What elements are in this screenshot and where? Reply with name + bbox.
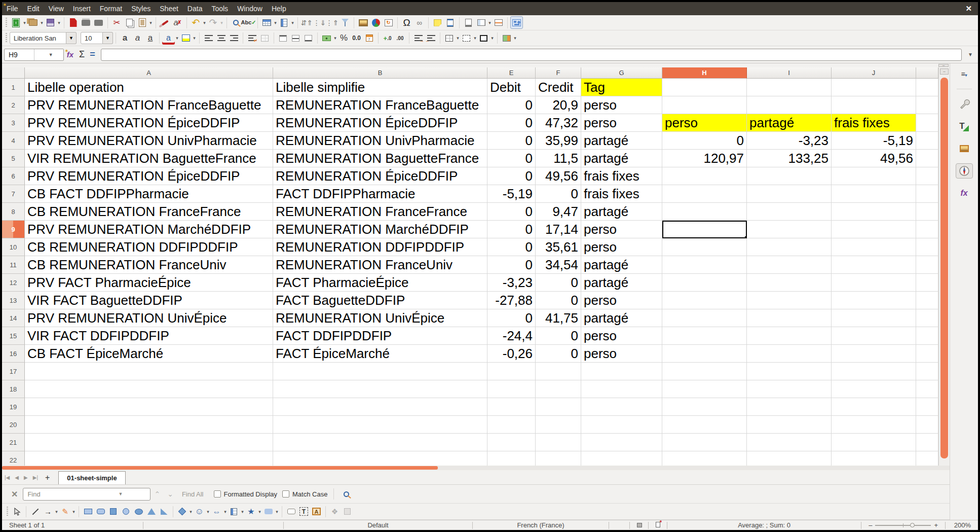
row-dropdown-icon[interactable]: ▾ <box>273 20 278 25</box>
merge-cells-icon[interactable] <box>258 32 271 45</box>
cell-H17[interactable] <box>662 363 747 380</box>
cell-E8[interactable]: 0 <box>487 203 536 221</box>
cell-I15[interactable] <box>747 327 832 345</box>
cell-partial-5[interactable] <box>916 150 938 167</box>
column-header-I[interactable]: I <box>747 67 832 79</box>
cell-A10[interactable]: CB REMUNERATION DDFIPDDFIP <box>25 238 273 256</box>
select-icon[interactable] <box>11 505 23 518</box>
cell-E18[interactable] <box>487 380 536 398</box>
undo-icon[interactable]: ↶ <box>190 16 202 29</box>
cell-F17[interactable] <box>536 363 581 380</box>
cell-J12[interactable] <box>832 274 916 292</box>
cell-E4[interactable]: 0 <box>487 132 536 150</box>
cell-I11[interactable] <box>747 256 832 274</box>
cell-B4[interactable]: REMUNERATION UnivPharmacie <box>273 132 487 150</box>
cell-J3[interactable]: frais fixes <box>832 114 916 132</box>
sheet-tab-active[interactable]: 01-sheet-simple <box>58 471 125 484</box>
font-name-dropdown-icon[interactable]: ▼ <box>66 32 77 44</box>
add-sheet-icon[interactable]: + <box>41 471 54 484</box>
symbol-shapes-dropdown-icon[interactable]: ▾ <box>206 509 210 514</box>
edit-points-icon[interactable]: ❖ <box>328 505 341 518</box>
cell-E21[interactable] <box>487 434 536 451</box>
cell-G5[interactable]: partagé <box>581 150 662 167</box>
callouts-dropdown-icon[interactable]: ▾ <box>275 509 279 514</box>
conditional-dropdown-icon[interactable]: ▾ <box>513 36 517 41</box>
insert-row-icon[interactable] <box>260 16 273 29</box>
save-dropdown-icon[interactable]: ▾ <box>57 20 61 25</box>
cell-partial-7[interactable] <box>916 185 938 203</box>
menu-insert[interactable]: Insert <box>68 2 95 15</box>
cell-B5[interactable]: REMUNERATION BaguetteFrance <box>273 150 487 167</box>
cell-B18[interactable] <box>273 380 487 398</box>
menu-styles[interactable]: Styles <box>127 2 155 15</box>
find-all-button[interactable]: Find All <box>182 490 204 498</box>
cell-A7[interactable]: CB FACT DDFIPPharmacie <box>25 185 273 203</box>
cell-G12[interactable]: partagé <box>581 274 662 292</box>
highlight-color-icon[interactable] <box>179 32 192 45</box>
page-style[interactable]: Default <box>284 521 472 529</box>
borders-dropdown-icon[interactable]: ▾ <box>456 36 460 41</box>
bold-icon[interactable]: a <box>119 32 131 45</box>
grid-corner[interactable] <box>2 67 25 79</box>
cell-partial-19[interactable] <box>916 398 938 416</box>
row-header-5[interactable]: 5 <box>2 150 25 167</box>
cell-H15[interactable] <box>662 327 747 345</box>
cell-G14[interactable]: partagé <box>581 309 662 327</box>
align-top-icon[interactable] <box>277 32 289 45</box>
number-format-icon[interactable]: 0.0 <box>350 32 363 45</box>
previous-sheet-icon[interactable]: ◀ <box>12 471 21 484</box>
copy-icon[interactable] <box>123 16 136 29</box>
row-header-8[interactable]: 8 <box>2 203 25 221</box>
cell-E2[interactable]: 0 <box>487 96 536 114</box>
cell-A14[interactable]: PRV REMUNERATION UnivÉpice <box>25 309 273 327</box>
toolbar-grip[interactable] <box>5 18 8 28</box>
cell-F7[interactable]: 0 <box>536 185 581 203</box>
cell-G9[interactable]: perso <box>581 221 662 238</box>
cell-F11[interactable]: 34,54 <box>536 256 581 274</box>
toolbar-grip[interactable] <box>6 507 9 517</box>
function-wizard-icon[interactable]: fx <box>64 48 77 61</box>
currency-dropdown-icon[interactable]: ▾ <box>333 36 337 41</box>
cell-H16[interactable] <box>662 345 747 363</box>
cell-A12[interactable]: PRV FACT PharmacieÉpice <box>25 274 273 292</box>
cell-J5[interactable]: 49,56 <box>832 150 916 167</box>
rounded-rectangle-icon[interactable] <box>94 505 107 518</box>
next-sheet-icon[interactable]: ▶ <box>21 471 30 484</box>
cell-partial-3[interactable] <box>916 114 938 132</box>
horizontal-scrollbar[interactable] <box>2 466 950 470</box>
sort-descending-icon[interactable]: ⋮⇑ <box>326 16 338 29</box>
row-header-13[interactable]: 13 <box>2 292 25 309</box>
column-header-B[interactable]: B <box>273 67 487 79</box>
headers-footers-icon[interactable] <box>444 16 457 29</box>
vertical-scrollbar-thumb[interactable] <box>940 78 948 458</box>
row-header-9[interactable]: 9 <box>2 221 25 238</box>
line-icon[interactable] <box>29 505 42 518</box>
print-area-icon[interactable] <box>462 16 475 29</box>
cell-H11[interactable] <box>662 256 747 274</box>
cell-E12[interactable]: -3,23 <box>487 274 536 292</box>
cell-H4[interactable]: 0 <box>662 132 747 150</box>
open-icon[interactable] <box>27 16 40 29</box>
cell-A22[interactable] <box>25 451 273 466</box>
spelling-icon[interactable]: Abc✓ <box>242 16 255 29</box>
cell-A15[interactable]: VIR FACT DDFIPDDFIP <box>25 327 273 345</box>
new-spreadsheet-icon[interactable] <box>10 16 22 29</box>
cell-H6[interactable] <box>662 167 747 185</box>
find-next-icon[interactable]: ⌄ <box>167 490 173 498</box>
cell-J1[interactable] <box>832 79 916 96</box>
cell-A6[interactable]: PRV REMUNERATION ÉpiceDDFIP <box>25 167 273 185</box>
callouts-icon[interactable] <box>262 505 275 518</box>
menu-tools[interactable]: Tools <box>207 2 233 15</box>
add-decimal-icon[interactable]: +.0 <box>381 32 394 45</box>
insert-chart-icon[interactable] <box>369 16 382 29</box>
cell-H8[interactable] <box>662 203 747 221</box>
row-header-21[interactable]: 21 <box>2 434 25 451</box>
cell-E20[interactable] <box>487 416 536 434</box>
cell-H14[interactable] <box>662 309 747 327</box>
borders-icon[interactable] <box>443 32 456 45</box>
font-color-dropdown-icon[interactable]: ▾ <box>175 36 179 41</box>
cell-F5[interactable]: 11,5 <box>536 150 581 167</box>
cell-I4[interactable]: -3,23 <box>747 132 832 150</box>
cell-I16[interactable] <box>747 345 832 363</box>
cell-B17[interactable] <box>273 363 487 380</box>
